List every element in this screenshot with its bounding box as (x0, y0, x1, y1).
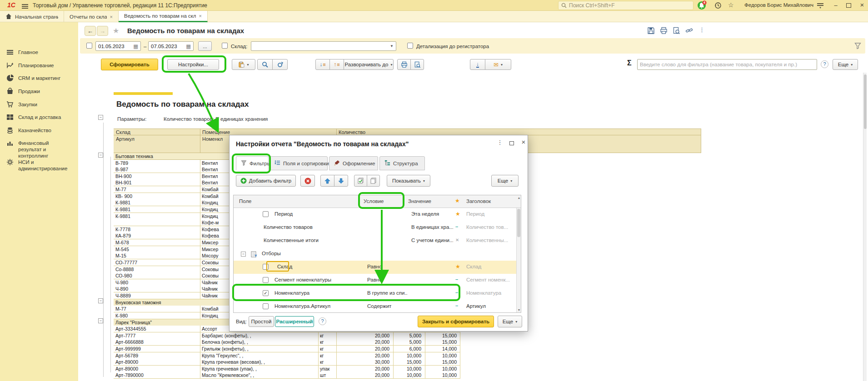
period-checkbox[interactable] (86, 43, 92, 49)
sidebar-item-menu[interactable]: Главное (0, 48, 78, 59)
report-data-row[interactable]: Арт-999999Грильяж (конфеты), ,кг20,0006,… (114, 346, 460, 352)
report-data-row[interactable]: Арт-89000Крупа гречневая (упак), ,упак20… (114, 366, 460, 372)
tab-close-icon[interactable]: × (110, 14, 113, 20)
dialog-close-icon[interactable]: × (519, 138, 529, 146)
report-data-row[interactable]: Арт-89000Крупа гречневая (весовая), ,кг3… (114, 359, 460, 366)
sum-icon[interactable]: Σ (627, 59, 632, 67)
reset-search-button[interactable] (272, 59, 288, 70)
col-header-nomenklatura[interactable]: Номенкл (202, 136, 223, 142)
favorites-star-icon[interactable]: ☆ (728, 1, 734, 9)
expand-groups-button[interactable]: ↑≡ (329, 59, 344, 70)
filter-funnel-icon[interactable] (854, 42, 861, 50)
filter-row-номенклатура[interactable]: ✓НоменклатураВ группе из спи...–Номенкла… (234, 287, 516, 300)
close-and-generate-button[interactable]: Закрыть и сформировать (418, 316, 494, 327)
filter-condition[interactable]: Равно (367, 264, 407, 269)
calendar-icon[interactable]: ▦ (133, 43, 138, 49)
filter-row-checkbox[interactable] (263, 264, 269, 270)
report-data-row[interactable]: Арт-7890000Масло "Кремлевское", ,шт20,00… (114, 372, 460, 379)
filter-flag-star-icon[interactable]: ★ (455, 211, 460, 217)
date-from-field[interactable]: 01.05.2023▦ (95, 41, 141, 51)
grid-header-flag-icon[interactable]: ★ (455, 198, 460, 204)
date-to-field[interactable]: 07.05.2023▦ (148, 41, 194, 51)
collapse-group-toggle[interactable]: − (98, 318, 103, 323)
filter-row-checkbox[interactable]: ✓ (263, 290, 269, 296)
minimize-button[interactable]: – (832, 2, 840, 9)
filter-flag-dash-icon[interactable]: – (455, 224, 458, 229)
filter-row-отборы[interactable]: −Отборы (234, 247, 516, 261)
collapse-node-toggle[interactable]: − (241, 252, 246, 257)
filter-condition[interactable]: Содержит (367, 303, 407, 309)
collapse-groups-button[interactable]: ↓≡ (315, 59, 330, 70)
move-up-button[interactable] (320, 175, 334, 187)
window-tab-2[interactable]: Отчеты по складу× (64, 11, 119, 22)
filter-flag-dash-icon[interactable]: – (455, 277, 458, 282)
filter-row-сегмент-номенклатуры[interactable]: Сегмент номенклатурыРавно–Сегмент номенк… (234, 274, 516, 287)
print-preview-button[interactable] (410, 59, 424, 70)
service-menu-icon[interactable]: ▾ (817, 2, 823, 9)
filter-row-checkbox[interactable] (263, 277, 269, 283)
report-vertical-scrollbar[interactable] (863, 73, 867, 381)
add-filter-button[interactable]: Добавить фильтр (236, 175, 296, 187)
sidebar-item-warehouse[interactable]: Склад и доставка (0, 113, 78, 124)
filter-row-номенклатура-артикул[interactable]: Номенклатура.АртикулСодержит–Артикул (234, 300, 516, 313)
send-mail-button[interactable]: ✉▾ (485, 59, 511, 70)
save-result-button[interactable]: ↓ (470, 59, 485, 70)
window-tab-1[interactable]: Начальная страница (0, 11, 64, 22)
print-icon[interactable] (660, 27, 668, 35)
more-actions-icon[interactable]: ⋮ (699, 26, 705, 33)
sidebar-item-finance[interactable]: Финансовый результат и контроллинг (0, 139, 78, 160)
dialog-tab-2[interactable]: Поля и сортировки (269, 156, 328, 170)
filter-row-количество-товаров[interactable]: Количество товаровВ единицах хра...–Коли… (234, 221, 516, 234)
move-down-button[interactable] (334, 175, 348, 187)
tab-close-icon[interactable]: × (199, 13, 202, 19)
history-icon[interactable] (714, 2, 722, 10)
dialog-help-button[interactable]: ? (319, 317, 326, 325)
collapse-group-toggle[interactable]: − (98, 298, 103, 303)
filter-row-количественные-итоги[interactable]: Количественные итогиС учетом едини...✕Ко… (234, 234, 516, 247)
filter-flag-dash-icon[interactable]: – (455, 303, 458, 308)
favorite-toggle-icon[interactable]: ★ (113, 26, 119, 35)
dialog-tab-3[interactable]: Оформление (329, 156, 378, 170)
main-menu-icon[interactable] (22, 3, 28, 10)
preview-icon[interactable] (673, 27, 680, 35)
report-data-row[interactable]: Арт-7777Барбарис (конфеты), ,кг20,0005,0… (114, 332, 460, 339)
close-button[interactable]: × (858, 1, 866, 9)
restore-button[interactable] (846, 3, 851, 8)
sidebar-item-planning[interactable]: Планирование (0, 61, 78, 72)
grid-header-value[interactable]: Значение (408, 198, 431, 204)
sidebar-item-treasury[interactable]: Казначейство (0, 126, 78, 137)
col-header-sklad[interactable]: Склад (116, 129, 130, 135)
report-variants-button[interactable]: ▾ (232, 59, 255, 70)
filters-grid-scrollbar[interactable]: ▲ ▼ (516, 208, 521, 312)
col-header-kolichestvo[interactable]: Количество (339, 129, 365, 135)
filter-row-склад[interactable]: СкладРавно★Склад (234, 261, 516, 274)
grid-header-title[interactable]: Заголовок (466, 198, 491, 204)
dialog-maximize-icon[interactable] (507, 140, 517, 147)
filter-condition[interactable]: В группе из спи... (367, 290, 407, 296)
filter-value[interactable]: С учетом едини... (411, 238, 453, 243)
sidebar-item-admin[interactable]: НСИ и администрирование (0, 158, 78, 173)
dialog-footer-more-button[interactable]: Еще▾ (498, 316, 522, 327)
dialog-tab-1[interactable]: Фильтры (236, 156, 269, 170)
sklad-combo[interactable]: ▼ (251, 41, 396, 51)
sidebar-item-sales[interactable]: Продажи (0, 87, 78, 98)
current-user[interactable]: Федоров Борис Михайлович (744, 2, 813, 8)
filter-value[interactable]: В единицах хра... (411, 224, 453, 230)
collapse-report-toggle[interactable]: − (98, 115, 103, 120)
grid-header-field[interactable]: Поле (239, 198, 252, 204)
col-header-pomeshenie[interactable]: Помещение (202, 129, 230, 135)
filter-row-период[interactable]: ПериодЭта неделя★Период (234, 208, 516, 221)
show-mode-button[interactable]: Показывать▾ (387, 175, 430, 187)
help-button[interactable]: ? (821, 60, 828, 68)
grid-header-condition[interactable]: Условие (364, 198, 384, 204)
view-advanced-button[interactable]: Расширенный (275, 316, 314, 327)
filter-row-checkbox[interactable] (263, 303, 269, 309)
quick-filter-input[interactable]: Введите слово для фильтра (название това… (637, 59, 817, 70)
back-button[interactable]: ← (85, 26, 96, 36)
find-button[interactable] (257, 59, 273, 70)
filter-value[interactable]: Эта неделя (411, 211, 453, 217)
global-search-input[interactable]: Поиск Ctrl+Shift+F (558, 1, 693, 10)
dialog-more-icon[interactable]: ⋮ (495, 139, 505, 146)
col-header-artikul[interactable]: Артикул (116, 136, 135, 142)
report-data-row[interactable]: Арт-6666888Белочка (конфеты), ,кг20,0005… (114, 339, 460, 346)
